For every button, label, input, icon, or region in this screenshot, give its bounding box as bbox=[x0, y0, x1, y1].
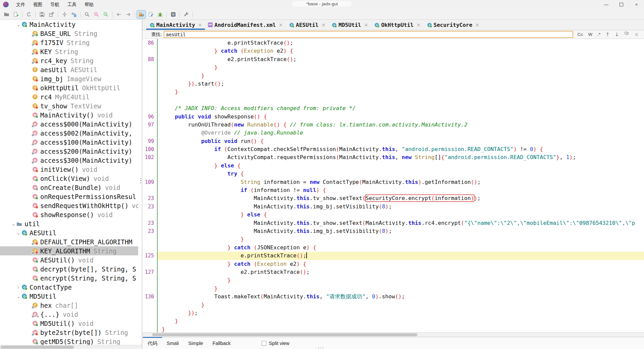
code-line[interactable]: 125 e.printStackTrace(); bbox=[142, 252, 644, 260]
tree-item-oncreate-bundle[interactable]: monCreate(Bundle)void bbox=[0, 183, 138, 192]
close-tab-icon[interactable]: × bbox=[475, 22, 479, 28]
code-line[interactable]: 86 e.printStackTrace(); bbox=[142, 39, 644, 47]
tree-item-aesutil[interactable]: ⌄cAESUtil bbox=[0, 228, 138, 237]
search-previous-button[interactable]: ↑ bbox=[605, 32, 610, 38]
add-files-button[interactable] bbox=[11, 10, 20, 18]
export-button[interactable] bbox=[47, 10, 56, 18]
code-line[interactable]: 127 e2.printStackTrace(); bbox=[142, 268, 644, 276]
search-option-w[interactable]: W bbox=[588, 32, 593, 37]
code-line[interactable]: 97 runOnUiThread(new Runnable() { // fro… bbox=[142, 121, 644, 129]
code-line[interactable]: } bbox=[142, 63, 644, 71]
forward-button[interactable] bbox=[124, 10, 132, 18]
tree-item-default-cipher-algorithm[interactable]: fDEFAULT_CIPHER_ALGORITHM bbox=[0, 237, 138, 246]
search-input[interactable] bbox=[164, 31, 573, 38]
tree-item-showresponse[interactable]: mshowResponse()void bbox=[0, 210, 138, 219]
chevron-down-icon[interactable]: ⌄ bbox=[15, 294, 21, 299]
code-line[interactable]: 96 public void showResponse() { bbox=[142, 113, 644, 121]
tree-item-util[interactable]: ⌄util bbox=[0, 219, 138, 228]
tree-item-access-000-mainactivity[interactable]: maccess$000(MainActivity) bbox=[0, 119, 138, 129]
search-button[interactable] bbox=[83, 10, 91, 18]
tree-item-aesutil[interactable]: mAESUtil()void bbox=[0, 255, 138, 264]
view-tab-simple[interactable]: Simple bbox=[183, 337, 208, 349]
split-view-option[interactable]: Split view bbox=[262, 341, 289, 346]
split-view-checkbox[interactable] bbox=[262, 341, 266, 346]
tree-item-mainactivity[interactable]: ⌄cMainActivity bbox=[0, 20, 138, 29]
tree-scrollbar-thumb[interactable] bbox=[1, 346, 74, 349]
tab-mainactivity[interactable]: cMainActivity× bbox=[146, 20, 205, 30]
preferences-button[interactable] bbox=[182, 10, 191, 18]
bug-report-button[interactable] bbox=[156, 10, 164, 18]
code-line[interactable]: } bbox=[142, 72, 644, 80]
class-search-button[interactable] bbox=[101, 10, 110, 18]
tree-item-initview[interactable]: minitView()void bbox=[0, 165, 138, 174]
code-line[interactable]: } catch (Exception e2) { bbox=[142, 260, 644, 268]
tab-md5util[interactable]: cMD5Util× bbox=[328, 20, 371, 30]
close-tab-icon[interactable]: × bbox=[364, 22, 368, 28]
tree-item-hex[interactable]: fhexchar[] bbox=[0, 301, 138, 310]
tree-item-access-002-mainactivity[interactable]: maccess$002(MainActivity, bbox=[0, 129, 138, 138]
tree-item-onrequestpermissionsresul[interactable]: monRequestPermissionsResul bbox=[0, 192, 138, 201]
code-line[interactable]: 99 public void run() { bbox=[142, 137, 644, 145]
tab-androidmanifest-xml[interactable]: MFAndroidManifest.xml× bbox=[205, 20, 286, 30]
menu-help[interactable]: 帮助 bbox=[80, 0, 98, 9]
code-line[interactable]: 109 String information = new ContactType… bbox=[142, 178, 644, 186]
code-line[interactable]: } bbox=[142, 285, 644, 293]
tree-item-getmd5-string[interactable]: mgetMD5(String)String bbox=[0, 337, 138, 346]
tree-item-decrypt-byte-string-s[interactable]: mdecrypt(byte[], String, S bbox=[0, 264, 138, 273]
tree-item-base-url[interactable]: fBASE_URLString bbox=[0, 29, 138, 38]
view-tab-code[interactable]: 代码 bbox=[143, 337, 162, 349]
tree-item-contacttype[interactable]: ›cContactType bbox=[0, 283, 138, 292]
code-line[interactable]: try { bbox=[142, 170, 644, 178]
back-button[interactable] bbox=[114, 10, 123, 18]
tree-item-encrypt-string-string-s[interactable]: mencrypt(String, String, S bbox=[0, 273, 138, 283]
code-editor[interactable]: 86 e.printStackTrace(); } catch (Excepti… bbox=[142, 39, 644, 337]
code-line[interactable]: if (information != null) { bbox=[142, 186, 644, 194]
open-file-button[interactable] bbox=[2, 10, 11, 18]
view-tab-fallback[interactable]: Fallback bbox=[208, 337, 235, 349]
tree-item-access-300-mainactivity[interactable]: maccess$300(MainActivity) bbox=[0, 156, 138, 165]
tree-item-access-100-mainactivity[interactable]: maccess$100(MainActivity) bbox=[0, 138, 138, 147]
search-option-regex[interactable]: .* bbox=[597, 32, 600, 37]
code-line[interactable] bbox=[142, 96, 644, 104]
tree-item-md5util[interactable]: ⌄cMD5Util bbox=[0, 292, 138, 301]
deobfuscation-button[interactable] bbox=[137, 10, 146, 18]
tree-item-onclick-view[interactable]: monClick(View)void bbox=[0, 174, 138, 183]
code-line[interactable]: 23 MainActivity.this.tv_show.setText(Mai… bbox=[142, 219, 644, 227]
close-tab-icon[interactable]: × bbox=[417, 22, 421, 28]
tree-item-tv-show[interactable]: ftv_showTextView bbox=[0, 101, 138, 110]
code-scrollbar-thumb[interactable] bbox=[152, 333, 417, 336]
tree-item-img-bj[interactable]: fimg_bjImageView bbox=[0, 74, 138, 83]
code-line[interactable]: 102 ActivityCompat.requestPermissions(Ma… bbox=[142, 153, 644, 161]
text-search-button[interactable] bbox=[92, 10, 101, 18]
tree-item-f175iv[interactable]: ff175IVString bbox=[0, 38, 138, 47]
tree-item-rc4-key[interactable]: frc4_keyString bbox=[0, 56, 138, 65]
inconsistent-code-button[interactable] bbox=[146, 10, 155, 18]
tree-item-mainactivity[interactable]: mMainActivity()void bbox=[0, 110, 138, 119]
close-button[interactable]: × bbox=[629, 0, 644, 9]
view-tab-smali[interactable]: Smali bbox=[162, 337, 183, 349]
tab-aesutil[interactable]: cAESUtil× bbox=[286, 20, 328, 30]
flat-packages-button[interactable] bbox=[69, 10, 78, 18]
tree-item-key-algorithm[interactable]: fKEY_ALGORITHMString bbox=[0, 246, 138, 255]
code-line[interactable]: 23 MainActivity.this.tv_show.setText(Sec… bbox=[142, 194, 644, 202]
code-line[interactable]: @Override // java.lang.Runnable bbox=[142, 129, 644, 137]
window-resize-grip[interactable] bbox=[318, 347, 324, 348]
tree-item-byte2str-byte[interactable]: mbyte2str(byte[])String bbox=[0, 328, 138, 337]
close-search-icon[interactable]: × bbox=[634, 32, 639, 38]
code-line[interactable]: } else { bbox=[142, 211, 644, 219]
tree-item-sendrequestwithokhttp[interactable]: msendRequestWithOkHttp()void bbox=[0, 201, 138, 210]
close-tab-icon[interactable]: × bbox=[279, 22, 283, 28]
menu-tools[interactable]: 工具 bbox=[63, 0, 80, 9]
close-tab-icon[interactable]: × bbox=[322, 22, 326, 28]
minimize-button[interactable]: — bbox=[599, 0, 614, 9]
tree-item-access-200-mainactivity[interactable]: maccess$200(MainActivity) bbox=[0, 147, 138, 156]
code-line[interactable]: } bbox=[142, 276, 644, 284]
code-line[interactable]: } bbox=[142, 235, 644, 243]
search-option-cc[interactable]: Cc bbox=[577, 32, 583, 37]
search-next-button[interactable]: ↓ bbox=[615, 32, 619, 38]
code-horizontal-scrollbar[interactable] bbox=[142, 332, 644, 337]
tree-item-okhttputil[interactable]: fokHttpUtilOkHttpUtil bbox=[0, 83, 138, 92]
tree-item-item[interactable]: m★{...}void bbox=[0, 310, 138, 319]
tree-item-rc4[interactable]: frc4MyRC4Util bbox=[0, 92, 138, 101]
chevron-down-icon[interactable]: ⌄ bbox=[15, 22, 21, 27]
